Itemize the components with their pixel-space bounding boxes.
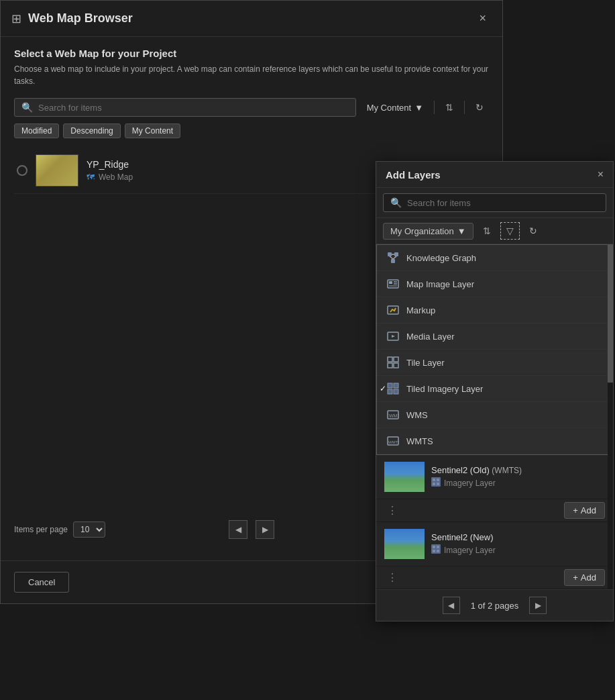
svg-rect-16 (388, 363, 392, 368)
dropdown-item-label: Media Layer (406, 332, 455, 342)
imagery-icon-2 (431, 544, 441, 556)
content-dropdown-label: My Content (367, 103, 411, 113)
layer-item-sentinel2-old: Sentinel2 (Old) (WMTS) Imagery Layer (376, 455, 613, 499)
layer-info-2: Sentinel2 (New) Imagery Layer (431, 532, 605, 556)
dropdown-item-wmts[interactable]: WMTS WMTS (377, 428, 612, 454)
svg-rect-30 (437, 483, 439, 485)
layer-type-text-2: Imagery Layer (444, 546, 496, 555)
chevron-down-icon: ▼ (414, 103, 423, 113)
dropdown-item-label: Knowledge Graph (406, 253, 476, 263)
svg-line-5 (393, 256, 396, 259)
content-dropdown-button[interactable]: My Content ▼ (361, 100, 429, 115)
dropdown-item-knowledge-graph[interactable]: Knowledge Graph (377, 245, 612, 271)
refresh-button[interactable]: ↻ (470, 99, 489, 115)
filter-tag-mycontent[interactable]: My Content (125, 123, 180, 138)
panel-close-button[interactable]: × (598, 168, 604, 181)
panel-footer: ◀ 1 of 2 pages ▶ (376, 589, 613, 621)
search-toolbar: 🔍 My Content ▼ ⇅ ↻ (14, 98, 489, 117)
panel-search-row: 🔍 (376, 188, 613, 218)
world-map-image-2 (384, 529, 425, 559)
dropdown-item-label: WMS (406, 410, 428, 420)
map-browser-icon: ⊞ (11, 11, 21, 26)
markup-icon (386, 303, 400, 317)
layer-item-sentinel2-new: Sentinel2 (New) Imagery Layer (376, 522, 613, 566)
dropdown-item-label: Markup (406, 305, 435, 315)
thumb-image (36, 155, 78, 186)
cancel-button[interactable]: Cancel (14, 572, 69, 593)
panel-scrollbar-thumb (608, 244, 613, 383)
panel-header: Add Layers × (376, 162, 613, 188)
add-label-2: Add (581, 572, 596, 583)
panel-next-page-button[interactable]: ▶ (529, 597, 547, 614)
sort-button[interactable]: ⇅ (440, 99, 459, 115)
panel-search-icon: 🔍 (390, 197, 402, 208)
layer-row-actions-1: ⋮ + Add (376, 499, 613, 522)
wms-icon: WMS (386, 408, 400, 421)
panel-search-input[interactable] (407, 198, 599, 208)
filter-tag-modified[interactable]: Modified (14, 123, 59, 138)
dropdown-item-markup[interactable]: Markup (377, 297, 612, 323)
tile-icon (386, 356, 400, 369)
layer-more-options-button-1[interactable]: ⋮ (384, 503, 400, 518)
dropdown-item-label: Tiled Imagery Layer (406, 384, 483, 394)
item-type: Web Map (99, 172, 133, 182)
map-image-icon (386, 277, 400, 291)
modal-close-button[interactable]: × (473, 9, 492, 28)
panel-title: Add Layers (386, 169, 441, 181)
dropdown-item-map-image[interactable]: Map Image Layer (377, 271, 612, 297)
svg-rect-2 (391, 259, 395, 263)
dropdown-menu: Knowledge Graph Map Image Layer (376, 244, 613, 455)
web-map-icon: 🗺 (87, 172, 95, 182)
add-layers-panel: Add Layers × 🔍 My Organization ▼ ⇅ ▽ ↻ (376, 161, 614, 621)
modal-subtitle: Select a Web Map for your Project (14, 48, 489, 59)
svg-rect-29 (433, 483, 435, 485)
knowledge-graph-icon (386, 251, 400, 264)
org-dropdown-label: My Organization (390, 226, 454, 236)
layer-name-sentinel2-old: Sentinel2 (Old) (WMTS) (431, 465, 605, 475)
svg-rect-33 (437, 546, 439, 548)
layer-type-row-2: Imagery Layer (431, 544, 605, 556)
add-label: Add (581, 505, 596, 515)
filter-tag-descending[interactable]: Descending (63, 123, 120, 138)
svg-rect-28 (437, 479, 439, 481)
svg-text:WMS: WMS (389, 413, 399, 418)
search-input[interactable] (38, 103, 349, 113)
panel-refresh-button[interactable]: ↻ (524, 223, 543, 239)
modal-header: ⊞ Web Map Browser × (1, 1, 502, 37)
svg-text:WMTS: WMTS (388, 440, 399, 444)
layer-suffix: (WMTS) (492, 466, 522, 475)
svg-rect-0 (388, 252, 392, 256)
next-page-button[interactable]: ▶ (256, 520, 274, 539)
layer-add-button-1[interactable]: + Add (564, 502, 605, 519)
per-page-select[interactable]: 10 20 50 (73, 521, 105, 538)
items-per-page-label: Items per page (14, 525, 68, 534)
plus-icon: + (573, 505, 578, 515)
chevron-down-icon-panel: ▼ (457, 226, 466, 236)
layer-row-actions-2: ⋮ + Add (376, 566, 613, 589)
svg-rect-27 (433, 479, 435, 481)
wmts-icon: WMTS (386, 434, 400, 448)
panel-scrollbar[interactable] (608, 244, 613, 589)
panel-prev-page-button[interactable]: ◀ (443, 597, 460, 614)
svg-rect-1 (394, 252, 398, 256)
svg-rect-20 (388, 389, 392, 394)
panel-filter-button[interactable]: ▽ (500, 222, 520, 240)
panel-sort-button[interactable]: ⇅ (478, 223, 496, 239)
dropdown-item-label: Map Image Layer (406, 279, 474, 289)
svg-rect-32 (433, 546, 435, 548)
layer-more-options-button-2[interactable]: ⋮ (384, 570, 400, 585)
svg-rect-34 (433, 550, 435, 552)
dropdown-item-tile[interactable]: Tile Layer (377, 350, 612, 376)
item-radio[interactable] (17, 165, 27, 176)
dropdown-item-tiled-imagery[interactable]: Tiled Imagery Layer (377, 376, 612, 402)
panel-scroll-area: Knowledge Graph Map Image Layer (376, 244, 613, 589)
prev-page-button[interactable]: ◀ (229, 520, 247, 539)
layer-add-button-2[interactable]: + Add (564, 569, 605, 586)
panel-toolbar: My Organization ▼ ⇅ ▽ ↻ (376, 218, 613, 244)
org-dropdown-button[interactable]: My Organization ▼ (383, 223, 473, 240)
dropdown-item-media[interactable]: Media Layer (377, 323, 612, 350)
dropdown-item-label: WMTS (406, 436, 433, 446)
dropdown-item-wms[interactable]: WMS WMS (377, 402, 612, 428)
plus-icon-2: + (573, 572, 578, 583)
layer-type-text: Imagery Layer (444, 479, 496, 488)
